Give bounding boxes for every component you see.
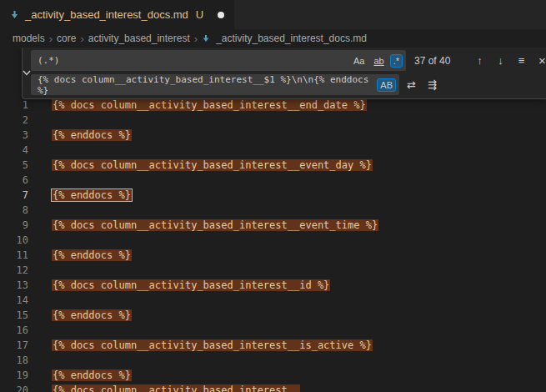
editor-line[interactable]: 15{% enddocs %} — [0, 308, 546, 323]
find-in-selection-button[interactable]: ≡ — [513, 52, 530, 69]
editor-line[interactable]: 7{% enddocs %} — [0, 188, 546, 203]
replace-all-button[interactable]: ⇶ — [423, 76, 441, 93]
line-number: 8 — [0, 203, 28, 218]
line-number: 4 — [0, 143, 28, 158]
line-content: {% docs column__activity_based_interest_… — [28, 338, 373, 353]
line-number: 7 — [0, 188, 28, 203]
editor-line[interactable]: 6 — [0, 173, 546, 188]
replace-input[interactable]: {% docs column__activity_based_interest_… — [31, 74, 399, 95]
line-number: 3 — [0, 128, 28, 143]
regex-toggle[interactable]: .* — [390, 54, 403, 68]
find-match-highlight: {% enddocs %} — [52, 309, 132, 321]
line-content: {% docs column__activity_based_interest_… — [28, 98, 367, 113]
chevron-down-icon — [23, 70, 31, 76]
markdown-icon — [202, 34, 210, 43]
line-number: 17 — [0, 338, 28, 353]
editor-line[interactable]: 13{% docs column__activity_based_interes… — [0, 278, 546, 293]
line-number: 2 — [0, 113, 28, 128]
editor[interactable]: 1{% docs column__activity_based_interest… — [0, 48, 546, 392]
editor-line[interactable]: 18 — [0, 353, 546, 368]
line-number: 14 — [0, 293, 28, 308]
line-content — [28, 353, 52, 368]
chevron-right-icon: › — [80, 33, 83, 45]
line-number: 11 — [0, 248, 28, 263]
find-input[interactable]: (.*) Aa ab .* — [31, 50, 406, 71]
find-widget: (.*) Aa ab .* 37 of 40 ↑ ↓ ≡ × {% docs c… — [22, 48, 546, 99]
tab-title: _activity_based_interest_docs.md — [25, 8, 188, 21]
toggle-replace-button[interactable] — [23, 50, 31, 95]
editor-line[interactable]: 10 — [0, 233, 546, 248]
line-number: 20 — [0, 383, 28, 392]
line-number: 10 — [0, 233, 28, 248]
close-find-button[interactable]: × — [533, 52, 546, 69]
line-number: 13 — [0, 278, 28, 293]
line-content: {% docs column__activity_based_interest_… — [28, 383, 300, 392]
find-match-highlight: {% docs column__activity_based_interest_… — [52, 279, 330, 291]
line-content — [28, 233, 52, 248]
modified-dot-icon[interactable] — [218, 12, 224, 18]
line-content — [28, 173, 52, 188]
editor-line[interactable]: 20{% docs column__activity_based_interes… — [0, 383, 546, 392]
preserve-case-toggle[interactable]: AB — [377, 78, 396, 92]
arrow-down-icon: ↓ — [498, 54, 503, 67]
breadcrumb-item-core[interactable]: core — [57, 33, 76, 44]
find-match-highlight: {% enddocs %} — [52, 189, 132, 201]
line-number: 5 — [0, 158, 28, 173]
line-content: {% enddocs %} — [28, 188, 132, 203]
selection-lines-icon: ≡ — [518, 54, 525, 67]
line-content — [28, 263, 52, 278]
line-content: {% enddocs %} — [28, 248, 132, 263]
tab-active-file[interactable]: _activity_based_interest_docs.md U — [0, 0, 234, 29]
git-status-badge: U — [196, 8, 203, 21]
find-match-highlight: {% docs column__activity_based_interest_… — [52, 99, 367, 111]
line-content: {% docs column__activity_based_interest_… — [28, 158, 373, 173]
line-content — [28, 323, 52, 338]
markdown-icon — [10, 10, 19, 19]
line-number: 1 — [0, 98, 28, 113]
match-case-toggle[interactable]: Aa — [350, 54, 368, 68]
line-content — [28, 113, 52, 128]
line-number: 15 — [0, 308, 28, 323]
breadcrumb-item-file[interactable]: _activity_based_interest_docs.md — [216, 33, 367, 44]
chevron-right-icon: › — [49, 33, 53, 45]
breadcrumb-item-activity-based-interest[interactable]: activity_based_interest — [88, 33, 190, 44]
find-match-highlight: {% enddocs %} — [52, 129, 132, 141]
editor-line[interactable]: 4 — [0, 143, 546, 158]
line-number: 16 — [0, 323, 28, 338]
previous-match-button[interactable]: ↑ — [471, 52, 488, 69]
editor-line[interactable]: 11{% enddocs %} — [0, 248, 546, 263]
find-match-highlight: {% enddocs %} — [52, 249, 132, 261]
line-number: 12 — [0, 263, 28, 278]
editor-line[interactable]: 2 — [0, 113, 546, 128]
find-match-highlight: {% docs column__activity_based_interest_… — [52, 384, 300, 392]
replace-button[interactable]: ⇄ — [403, 76, 420, 93]
find-row: (.*) Aa ab .* 37 of 40 ↑ ↓ ≡ × — [31, 50, 546, 71]
next-match-button[interactable]: ↓ — [492, 52, 509, 69]
find-match-highlight: {% docs column__activity_based_interest_… — [52, 339, 373, 351]
breadcrumb-item-models[interactable]: models — [13, 33, 45, 44]
line-content — [28, 293, 52, 308]
editor-line[interactable]: 5{% docs column__activity_based_interest… — [0, 158, 546, 173]
line-content: {% enddocs %} — [28, 308, 132, 323]
line-content — [28, 143, 52, 158]
editor-line[interactable]: 8 — [0, 203, 546, 218]
line-content: {% enddocs %} — [28, 128, 132, 143]
find-input-value: (.*) — [38, 55, 60, 66]
editor-line[interactable]: 16 — [0, 323, 546, 338]
line-number: 18 — [0, 353, 28, 368]
replace-all-icon: ⇶ — [428, 78, 437, 91]
whole-word-toggle[interactable]: ab — [370, 54, 387, 68]
find-match-highlight: {% docs column__activity_based_interest_… — [52, 159, 373, 171]
editor-line[interactable]: 9{% docs column__activity_based_interest… — [0, 218, 546, 233]
editor-line[interactable]: 12 — [0, 263, 546, 278]
replace-input-value: {% docs column__activity_based_interest_… — [38, 74, 377, 96]
editor-line[interactable]: 17{% docs column__activity_based_interes… — [0, 338, 546, 353]
line-number: 6 — [0, 173, 28, 188]
breadcrumb: models › core › activity_based_interest … — [0, 29, 546, 48]
editor-line[interactable]: 1{% docs column__activity_based_interest… — [0, 98, 546, 113]
line-content: {% docs column__activity_based_interest_… — [28, 278, 330, 293]
editor-line[interactable]: 14 — [0, 293, 546, 308]
chevron-right-icon: › — [194, 33, 198, 45]
editor-line[interactable]: 3{% enddocs %} — [0, 128, 546, 143]
editor-line[interactable]: 19{% enddocs %} — [0, 368, 546, 383]
